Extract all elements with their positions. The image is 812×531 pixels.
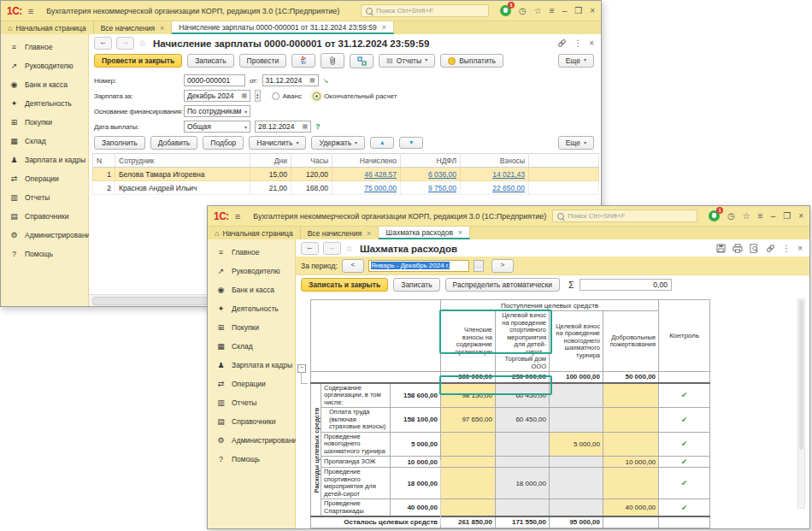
previous-period-button[interactable]: < <box>342 259 364 273</box>
restore-icon[interactable]: ❐ <box>574 7 582 15</box>
tab-all-accruals[interactable]: Все начисления × <box>94 21 173 34</box>
sidebar-item-activity[interactable]: ✦Деятельность <box>208 299 295 318</box>
post-and-close-button[interactable]: Провести и закрыть <box>94 54 182 68</box>
more-button[interactable]: Еще▾ <box>558 54 594 68</box>
next-period-button[interactable]: > <box>491 259 514 273</box>
move-down-button[interactable]: ▼ <box>399 137 423 149</box>
ndfl-link[interactable]: 6 036,00 <box>401 168 461 181</box>
number-field[interactable]: 0000-000001 <box>184 74 245 86</box>
tab-close-icon[interactable]: × <box>382 23 386 32</box>
add-button[interactable]: Добавить <box>150 136 198 150</box>
tab-all-accruals[interactable]: Все начисления × <box>301 227 380 239</box>
sidebar-item-help[interactable]: ?Помощь <box>208 450 295 469</box>
notifications-icon[interactable]: 1 <box>709 210 720 221</box>
forward-button[interactable]: → <box>323 242 341 255</box>
editable-cell[interactable] <box>441 432 496 457</box>
sidebar-item-administration[interactable]: ⚙Администрирование <box>208 431 295 450</box>
sidebar-item-reports[interactable]: ▥Отчеты <box>208 393 295 412</box>
freeze-pane-divider[interactable] <box>440 460 441 525</box>
selected-cell[interactable]: 97 650,00 <box>441 408 496 433</box>
favorites-icon[interactable]: ☆ <box>743 212 750 221</box>
notifications-icon[interactable]: 1 <box>500 5 511 16</box>
editable-cell[interactable] <box>603 432 659 457</box>
editable-cell[interactable] <box>603 383 659 408</box>
tab-close-icon[interactable]: × <box>160 24 164 32</box>
scrollbar-thumb[interactable] <box>799 300 803 450</box>
ndfl-link[interactable]: 9 750,00 <box>401 181 461 195</box>
calendar-icon[interactable]: ▦ <box>302 123 308 130</box>
minimize-icon[interactable]: – <box>562 7 568 15</box>
withhold-button[interactable]: Удержать▾ <box>311 136 365 150</box>
close-icon[interactable]: × <box>590 7 595 15</box>
sidebar-item-manager[interactable]: ↗Руководителю <box>1 56 88 75</box>
editable-cell[interactable] <box>603 468 659 499</box>
vertical-scrollbar[interactable] <box>797 298 805 509</box>
payout-type-select[interactable]: Общая▾ <box>184 121 250 133</box>
doc-date-field[interactable]: 31.12.2024▦ <box>262 74 319 86</box>
selected-cell[interactable]: 60 450,00 <box>496 408 550 433</box>
salary-month-field[interactable]: Декабрь 2024▦ <box>184 90 250 102</box>
close-form-icon[interactable]: × <box>797 245 803 253</box>
sidebar-item-purchases[interactable]: ⊞Покупки <box>208 318 295 337</box>
back-button[interactable]: ← <box>301 242 319 255</box>
fill-button[interactable]: Заполнить <box>94 136 145 150</box>
distribute-automatically-button[interactable]: Распределить автоматически <box>445 278 561 292</box>
funding-select[interactable]: По сотрудникам▾ <box>184 105 250 117</box>
main-menu-icon[interactable]: ≡ <box>28 6 33 16</box>
sidebar-item-activity[interactable]: ✦Деятельность <box>1 94 88 113</box>
history-icon[interactable]: ◷ <box>519 7 527 15</box>
sidebar-item-reports[interactable]: ▥Отчеты <box>1 188 88 207</box>
month-stepper[interactable]: ▴▾ <box>255 90 261 102</box>
sidebar-item-bank-cash[interactable]: ◉Банк и касса <box>208 280 295 299</box>
more-icon[interactable]: ⋮ <box>574 39 582 48</box>
editable-cell[interactable]: 10 000,00 <box>603 457 659 468</box>
forward-button[interactable]: → <box>116 37 134 50</box>
tab-home[interactable]: ⌂ Начальная страница <box>208 227 301 239</box>
save-icon[interactable] <box>716 244 726 253</box>
period-field[interactable]: Январь - Декабрь 2024 г. <box>368 260 469 272</box>
accrued-link[interactable]: 75 000,00 <box>332 181 401 195</box>
editable-cell[interactable]: 5 000,00 <box>550 432 603 457</box>
sidebar-item-bank-cash[interactable]: ◉Банк и касса <box>1 75 88 94</box>
choose-period-button[interactable]: … <box>474 260 484 272</box>
sidebar-item-main[interactable]: ≡Главное <box>1 38 88 56</box>
minimize-icon[interactable]: – <box>771 212 776 221</box>
tab-expense-matrix[interactable]: Шахматка расходов × <box>379 227 470 239</box>
editable-cell[interactable] <box>603 408 659 433</box>
service-settings-icon[interactable]: ≡ <box>758 212 763 221</box>
tab-close-icon[interactable]: × <box>458 228 462 237</box>
sidebar-item-directories[interactable]: ▤Справочники <box>208 412 295 431</box>
sidebar-item-purchases[interactable]: ⊞Покупки <box>1 113 88 132</box>
sidebar-item-help[interactable]: ?Помощь <box>1 245 88 263</box>
fees-link[interactable]: 22 650,00 <box>461 181 529 195</box>
collapse-group-icon[interactable]: − <box>297 364 306 373</box>
link-icon[interactable] <box>766 244 775 253</box>
editable-cell[interactable] <box>441 457 496 468</box>
sidebar-item-salary-hr[interactable]: ♟Зарплата и кадры <box>208 356 295 375</box>
accrued-link[interactable]: 46 428,57 <box>332 168 401 181</box>
pay-button[interactable]: Выплатить <box>440 54 503 68</box>
pick-button[interactable]: Подбор <box>203 136 244 150</box>
calendar-icon[interactable]: ▦ <box>241 92 247 99</box>
global-search-input[interactable]: Поиск Ctrl+Shift+F <box>361 4 489 17</box>
set-current-date-icon[interactable]: ↘ <box>323 77 329 85</box>
sidebar-item-directories[interactable]: ▤Справочники <box>1 207 88 226</box>
grid-more-button[interactable]: Еще▾ <box>558 136 594 150</box>
close-icon[interactable]: × <box>798 212 803 221</box>
editable-cell[interactable] <box>441 499 496 517</box>
favorite-star-icon[interactable]: ☆ <box>345 244 353 253</box>
sidebar-item-salary-hr[interactable]: ♟Зарплата и кадры <box>1 150 88 169</box>
close-form-icon[interactable]: × <box>589 39 594 48</box>
help-icon[interactable]: ? <box>315 122 321 131</box>
restore-icon[interactable]: ❐ <box>783 212 791 221</box>
tab-close-icon[interactable]: × <box>367 229 371 238</box>
calendar-icon[interactable]: ▦ <box>309 77 315 84</box>
find-icon[interactable] <box>750 244 759 253</box>
show-postings-button[interactable]: ДтКт <box>291 54 315 68</box>
reports-button[interactable]: ▤Отчеты▾ <box>379 54 435 68</box>
sidebar-item-warehouse[interactable]: ▦Склад <box>208 337 295 356</box>
history-icon[interactable]: ◷ <box>727 212 735 221</box>
final-settlement-radio[interactable]: Окончательный расчет <box>313 92 397 100</box>
related-documents-button[interactable] <box>350 54 374 68</box>
global-search-input[interactable]: Поиск Ctrl+Shift+F <box>552 209 697 222</box>
